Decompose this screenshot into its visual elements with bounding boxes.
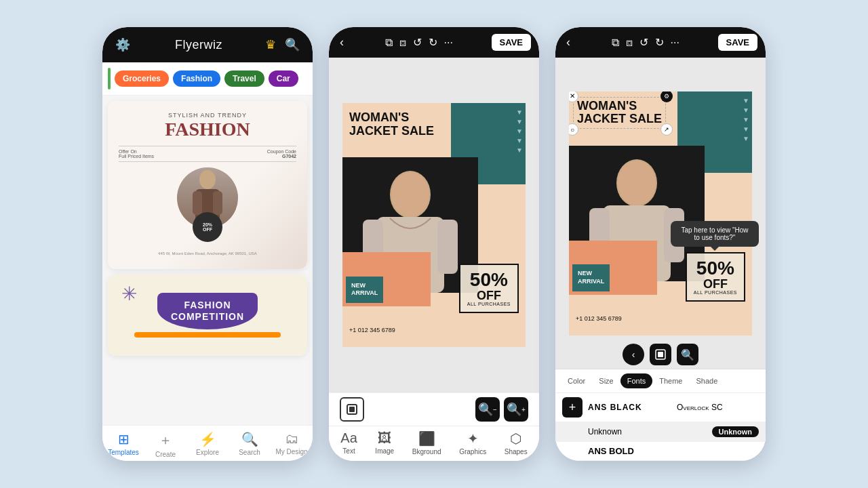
phone3-layers-icon[interactable]: ⧉	[612, 37, 619, 49]
phone3-back-canvas-btn[interactable]: ‹	[623, 344, 644, 365]
tool-shapes[interactable]: ⬡ Shapes	[505, 430, 528, 455]
search-icon[interactable]: 🔍	[283, 35, 302, 54]
font-tab-fonts[interactable]: Fonts	[620, 373, 653, 388]
nav-my-design[interactable]: 🗂 My Design	[271, 430, 313, 460]
tool-background[interactable]: ⬛ Bkground	[412, 430, 441, 455]
tpl1-subtitle: STYLISH AND TRENDY	[119, 112, 296, 119]
undo-icon[interactable]: ↺	[413, 36, 422, 49]
svg-rect-19	[658, 352, 663, 357]
phone3-toolbar: ⧉ ⧈ ↺ ↻ ···	[578, 36, 713, 49]
svg-point-0	[199, 170, 216, 189]
save-button[interactable]: SAVE	[492, 34, 531, 51]
nav-explore[interactable]: ⚡ Explore	[186, 430, 229, 460]
text-icon: Aa	[340, 430, 357, 446]
scale-handle[interactable]: ↗	[660, 123, 673, 136]
layers-icon[interactable]: ⧉	[385, 37, 393, 49]
flyer-arrow-decoration: ▼ ▼ ▼ ▼ ▼	[516, 108, 523, 154]
brand-name: Flyerwiz	[175, 38, 222, 52]
font-tab-theme[interactable]: Theme	[652, 373, 689, 388]
flyer2-discount-pct: 50%	[467, 270, 511, 289]
explore-icon: ⚡	[199, 431, 216, 447]
bottom-nav: ⊞ Templates ＋ Create ⚡ Explore 🔍 Search …	[102, 425, 313, 461]
tpl1-discount-badge: 20% OFF	[193, 212, 222, 242]
font-add-button[interactable]: +	[562, 397, 583, 418]
tool-image[interactable]: 🖼 Image	[375, 430, 394, 455]
zoom-controls: 🔍− 🔍+	[475, 397, 528, 422]
nav-create[interactable]: ＋ Create	[144, 430, 186, 460]
zoom-bar: 🔍− 🔍+	[329, 393, 539, 426]
font-badge-unknown: Unknown	[712, 426, 760, 437]
flyer3-discount-box: 50% OFF ALL PURCHASES	[686, 252, 745, 302]
font-name-unknown-1: Unknown	[588, 427, 712, 436]
zoom-out-button[interactable]: 🔍−	[475, 397, 500, 422]
font-tab-size[interactable]: Size	[592, 373, 620, 388]
templates-icon: ⊞	[118, 431, 130, 447]
categories-bar: Groceries Fashion Travel Car	[102, 62, 313, 96]
flyer2-title: WOMAN'S JACKET SALE	[349, 111, 434, 138]
flyer2-phone: +1 012 345 6789	[349, 327, 395, 333]
template-fashion-competition[interactable]: ✳ FASHION COMPETITION	[108, 274, 307, 356]
phone3-redo-icon[interactable]: ↻	[655, 36, 664, 49]
arrow-1: ▼	[516, 108, 523, 116]
zoom-in-button[interactable]: 🔍+	[504, 397, 528, 422]
flyer3-new-arrival: NEW ARRIVAL	[572, 264, 610, 291]
tpl1-coupon-code: G7042	[267, 154, 296, 159]
tpl2-line1: FASHION	[171, 300, 244, 311]
phone3-canvas[interactable]: ▼ ▼ ▼ ▼ ▼ WOMAN'S JACKET SALE ✕ ⚙	[555, 58, 766, 369]
template-fashion-sale[interactable]: STYLISH AND TRENDY FASHION Offer On Full…	[108, 101, 307, 269]
font-name-ans-black: ANS BLACK	[588, 403, 670, 412]
phone3-undo-icon[interactable]: ↺	[639, 36, 648, 49]
font-row-1[interactable]: + ANS BLACK Overlock SC	[555, 393, 766, 422]
flyer2-discount-sub: ALL PURCHASES	[467, 302, 511, 306]
phone3-more-icon[interactable]: ···	[671, 37, 679, 49]
more-icon[interactable]: ···	[444, 37, 453, 49]
phone3-page-btn[interactable]	[650, 344, 671, 365]
shapes-icon: ⬡	[510, 430, 521, 447]
copy-icon[interactable]: ⧈	[399, 37, 406, 49]
svg-rect-8	[437, 220, 458, 274]
phone3-zoom-out-btn[interactable]: 🔍	[677, 344, 698, 365]
nav-templates[interactable]: ⊞ Templates	[102, 430, 144, 460]
font-row-2-selected[interactable]: Unknown Unknown	[555, 422, 766, 442]
phone3-copy-icon[interactable]: ⧈	[626, 37, 633, 49]
flyer3-title-selected[interactable]: WOMAN'S JACKET SALE ✕ ⚙ ○ ↗	[573, 97, 666, 129]
font-list: + ANS BLACK Overlock SC Unknown Unknown …	[555, 393, 766, 461]
phone-2: ‹ ⧉ ⧈ ↺ ↻ ··· SAVE ▼ ▼ ▼ ▼ ▼ WOMAN'S JAC…	[329, 27, 539, 461]
font-tab-color[interactable]: Color	[561, 373, 592, 388]
background-icon: ⬛	[418, 430, 435, 447]
tool-text[interactable]: Aa Text	[340, 430, 357, 455]
phone2-canvas[interactable]: ▼ ▼ ▼ ▼ ▼ WOMAN'S JACKET SALE	[329, 58, 539, 392]
tool-graphics[interactable]: ✦ Graphics	[459, 430, 486, 455]
settings-icon[interactable]: ⚙️	[113, 35, 132, 54]
app-brand: Flyerwiz	[175, 38, 222, 52]
nav-search[interactable]: 🔍 Search	[229, 430, 271, 460]
rotate-handle[interactable]: ○	[569, 123, 578, 136]
tpl2-line2: COMPETITION	[171, 311, 244, 323]
editor-toolbar: ⧉ ⧈ ↺ ↻ ···	[352, 36, 486, 49]
category-car[interactable]: Car	[269, 70, 298, 87]
category-groceries[interactable]: Groceries	[115, 70, 169, 87]
graphics-icon: ✦	[467, 430, 479, 447]
svg-rect-3	[213, 191, 222, 215]
font-row-3[interactable]: ANS BOLD	[555, 442, 766, 461]
templates-list[interactable]: STYLISH AND TRENDY FASHION Offer On Full…	[102, 96, 313, 425]
my-design-icon: 🗂	[285, 431, 298, 447]
back-button[interactable]: ‹	[337, 34, 347, 51]
svg-point-9	[391, 172, 429, 217]
flyer2-title-line2: JACKET SALE	[349, 125, 434, 138]
redo-icon[interactable]: ↻	[429, 36, 437, 49]
phone3-back-button[interactable]: ‹	[564, 34, 573, 51]
font-panel: Color Size Fonts Theme Shade + ANS BLACK…	[555, 369, 766, 461]
svg-point-17	[618, 161, 656, 205]
category-fashion[interactable]: Fashion	[173, 70, 220, 87]
create-icon: ＋	[159, 431, 172, 449]
page-indicator	[340, 397, 364, 422]
flyer3-phone: +1 012 345 6789	[576, 315, 622, 322]
phone3-save-button[interactable]: SAVE	[718, 34, 757, 51]
svg-rect-2	[193, 191, 202, 215]
arrow-2: ▼	[516, 118, 523, 125]
category-travel[interactable]: Travel	[224, 70, 264, 87]
tool-background-label: Bkground	[412, 448, 441, 455]
settings-selection-handle[interactable]: ⚙	[660, 92, 673, 102]
font-tab-shade[interactable]: Shade	[689, 373, 724, 388]
